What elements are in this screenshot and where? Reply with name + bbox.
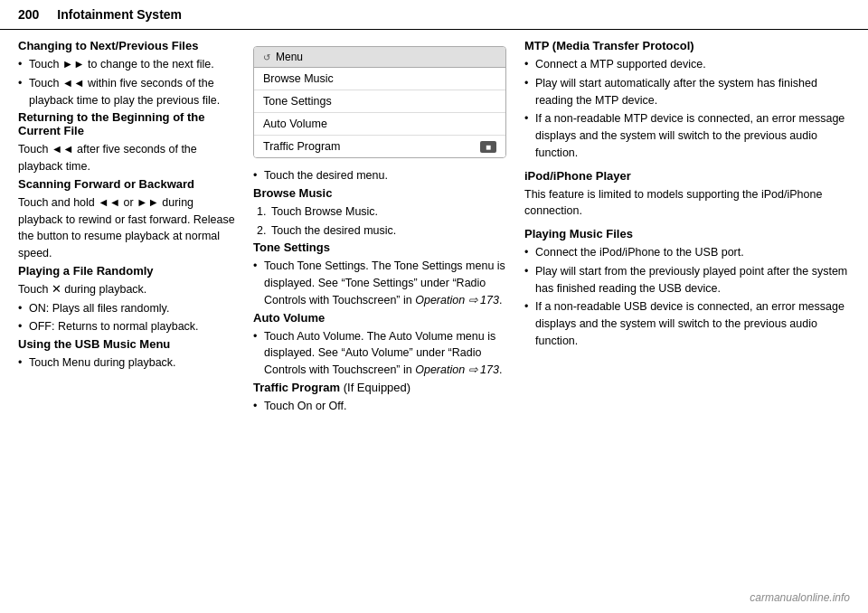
page-title: Infotainment System (57, 7, 182, 22)
heading-traffic-program: Traffic Program (If Equipped) (253, 381, 506, 394)
section-random: Playing a File Randomly Touch ✕ during p… (18, 264, 235, 335)
returning-body: Touch ◄◄ after five seconds of the playb… (18, 141, 235, 175)
section-returning: Returning to the Beginning of the Curren… (18, 110, 235, 175)
menu-item-auto-volume[interactable]: Auto Volume (254, 113, 505, 136)
menu-arrow-icon: ↺ (263, 52, 270, 62)
list-item: Touch ◄◄ within five seconds of the play… (18, 75, 235, 109)
heading-changing-files: Changing to Next/Previous Files (18, 39, 235, 52)
section-usb-menu: Using the USB Music Menu Touch Menu duri… (18, 337, 235, 372)
list-item: ON: Plays all files randomly. (18, 300, 235, 317)
heading-tone-settings: Tone Settings (253, 240, 506, 254)
list-item: If a non-readable MTP device is connecte… (524, 110, 850, 161)
heading-mtp: MTP (Media Transfer Protocol) (524, 39, 850, 52)
menu-item-traffic-label: Traffic Program (263, 140, 340, 153)
watermark: carmanualonline.info (750, 591, 850, 604)
list-item: Touch On or Off. (253, 398, 506, 415)
heading-playing-music: Playing Music Files (524, 227, 850, 240)
section-auto-volume: Auto Volume Touch Auto Volume. The Auto … (253, 311, 506, 379)
section-browse-music: Browse Music Touch Browse Music. Touch t… (253, 186, 506, 240)
list-item: Touch Menu during playback. (18, 354, 235, 372)
menu-header: ↺ Menu (254, 47, 505, 68)
list-item: Touch the desired music. (269, 222, 506, 240)
section-ipod: iPod/iPhone Player This feature is limit… (524, 169, 850, 221)
menu-title: Menu (276, 51, 303, 63)
list-item: Touch Tone Settings. The Tone Settings m… (253, 258, 506, 308)
page-header: 200 Infotainment System (0, 0, 868, 30)
page-number: 200 (18, 7, 39, 22)
heading-browse-music: Browse Music (253, 186, 506, 200)
menu-box: ↺ Menu Browse Music Tone Settings Auto V… (253, 46, 506, 158)
scanning-body: Touch and hold ◄◄ or ►► during playback … (18, 194, 235, 262)
col-middle: ↺ Menu Browse Music Tone Settings Auto V… (244, 39, 515, 607)
list-item: Play will start from the previously play… (524, 263, 850, 297)
list-item: Connect the iPod/iPhone to the USB port. (524, 244, 850, 261)
section-playing-music: Playing Music Files Connect the iPod/iPh… (524, 227, 850, 350)
ipod-body: This feature is limited to models suppor… (524, 186, 850, 221)
list-item: Connect a MTP supported device. (524, 56, 850, 73)
menu-item-browse[interactable]: Browse Music (254, 68, 505, 90)
list-item: Touch Browse Music. (269, 203, 506, 221)
heading-usb-menu: Using the USB Music Menu (18, 337, 235, 351)
list-item-touch-menu: Touch the desired menu. (253, 167, 506, 184)
section-traffic-program: Traffic Program (If Equipped) Touch On o… (253, 381, 506, 415)
menu-item-tone[interactable]: Tone Settings (254, 90, 505, 113)
toggle-switch[interactable]: ■ (480, 141, 496, 153)
col-left: Changing to Next/Previous Files Touch ►►… (18, 39, 235, 607)
heading-random: Playing a File Randomly (18, 264, 235, 278)
heading-auto-volume: Auto Volume (253, 311, 506, 325)
list-item: If a non-readable USB device is connecte… (524, 298, 850, 349)
section-tone-settings: Tone Settings Touch Tone Settings. The T… (253, 240, 506, 308)
heading-scanning: Scanning Forward or Backward (18, 177, 235, 191)
col-right: MTP (Media Transfer Protocol) Connect a … (524, 39, 850, 607)
section-mtp: MTP (Media Transfer Protocol) Connect a … (524, 39, 850, 162)
list-item: Touch Auto Volume. The Auto Volume menu … (253, 328, 506, 379)
heading-returning: Returning to the Beginning of the Curren… (18, 110, 235, 137)
list-item: Play will start automatically after the … (524, 75, 850, 109)
random-body: Touch ✕ during playback. (18, 281, 235, 298)
list-item: OFF: Returns to normal playback. (18, 318, 235, 335)
section-changing-files: Changing to Next/Previous Files Touch ►►… (18, 39, 235, 108)
section-scanning: Scanning Forward or Backward Touch and h… (18, 177, 235, 262)
list-item: Touch ►► to change to the next file. (18, 56, 235, 73)
heading-ipod: iPod/iPhone Player (524, 169, 850, 183)
menu-item-traffic[interactable]: Traffic Program ■ (254, 136, 505, 157)
